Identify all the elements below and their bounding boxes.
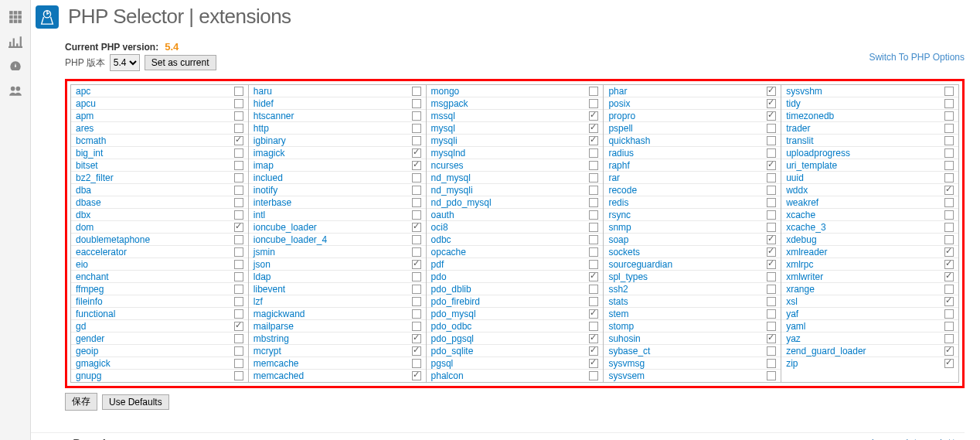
extension-name[interactable]: stem <box>608 309 628 319</box>
extension-name[interactable]: pdo_sqlite <box>431 346 474 356</box>
extension-checkbox[interactable] <box>767 371 776 380</box>
save-button[interactable]: 保存 <box>65 393 97 411</box>
extension-name[interactable]: nd_pdo_mysql <box>431 197 492 208</box>
extension-checkbox[interactable] <box>589 297 598 306</box>
extension-checkbox[interactable] <box>412 124 421 133</box>
extension-checkbox[interactable] <box>589 136 598 145</box>
extension-checkbox[interactable] <box>234 136 243 145</box>
extension-checkbox[interactable] <box>944 99 954 108</box>
extension-name[interactable]: gmagick <box>76 358 111 369</box>
extension-name[interactable]: rsync <box>608 210 631 220</box>
extension-name[interactable]: interbase <box>254 197 291 208</box>
extension-name[interactable]: htscanner <box>254 111 294 121</box>
extension-checkbox[interactable] <box>234 346 243 356</box>
extension-checkbox[interactable] <box>412 322 421 331</box>
extension-checkbox[interactable] <box>589 346 598 356</box>
switch-options-link[interactable]: Switch To PHP Options <box>869 52 965 63</box>
extension-name[interactable]: pdf <box>431 259 444 270</box>
extension-checkbox[interactable] <box>589 161 598 170</box>
extension-checkbox[interactable] <box>234 111 243 121</box>
extension-name[interactable]: translit <box>786 135 813 146</box>
extension-checkbox[interactable] <box>589 334 598 343</box>
extension-checkbox[interactable] <box>234 198 243 207</box>
extension-name[interactable]: suhosin <box>608 333 640 344</box>
extension-checkbox[interactable] <box>234 223 243 232</box>
extension-name[interactable]: odbc <box>431 234 451 245</box>
extension-checkbox[interactable] <box>412 148 421 158</box>
extension-checkbox[interactable] <box>589 247 598 257</box>
extension-name[interactable]: oci8 <box>431 222 448 233</box>
extension-checkbox[interactable] <box>589 309 598 319</box>
extension-checkbox[interactable] <box>589 260 598 269</box>
extension-checkbox[interactable] <box>412 198 421 207</box>
extension-name[interactable]: weakref <box>786 197 818 208</box>
extension-name[interactable]: jsmin <box>254 247 275 258</box>
extension-checkbox[interactable] <box>944 210 954 220</box>
extension-checkbox[interactable] <box>767 247 776 257</box>
extension-name[interactable]: posix <box>608 98 630 109</box>
extension-name[interactable]: fileinfo <box>76 296 103 307</box>
extension-name[interactable]: ncurses <box>431 160 464 171</box>
extension-name[interactable]: http <box>254 123 269 134</box>
extension-checkbox[interactable] <box>589 223 598 232</box>
extension-checkbox[interactable] <box>589 99 598 108</box>
extension-checkbox[interactable] <box>944 198 954 207</box>
extension-name[interactable]: apc <box>76 86 90 97</box>
extension-name[interactable]: pspell <box>608 123 632 134</box>
extension-checkbox[interactable] <box>234 235 243 244</box>
extension-name[interactable]: mssql <box>431 111 455 121</box>
extension-checkbox[interactable] <box>589 111 598 121</box>
extension-checkbox[interactable] <box>944 111 954 121</box>
extension-checkbox[interactable] <box>767 210 776 220</box>
extension-checkbox[interactable] <box>234 322 243 331</box>
extension-checkbox[interactable] <box>234 186 243 195</box>
extension-name[interactable]: xdebug <box>786 234 816 245</box>
extension-name[interactable]: mysqli <box>431 135 458 146</box>
extension-checkbox[interactable] <box>234 210 243 220</box>
extension-name[interactable]: big_int <box>76 148 103 159</box>
extension-checkbox[interactable] <box>767 223 776 232</box>
extension-name[interactable]: yaz <box>786 333 801 344</box>
extension-name[interactable]: wddx <box>786 185 808 196</box>
extension-checkbox[interactable] <box>412 223 421 232</box>
extension-checkbox[interactable] <box>234 161 243 170</box>
extension-checkbox[interactable] <box>944 173 954 182</box>
extension-name[interactable]: gd <box>76 321 86 332</box>
extension-name[interactable]: sourceguardian <box>608 259 672 270</box>
extension-name[interactable]: gender <box>76 333 104 344</box>
extension-name[interactable]: pdo_firebird <box>431 296 480 307</box>
extension-checkbox[interactable] <box>234 148 243 158</box>
extension-name[interactable]: tidy <box>786 98 801 109</box>
extension-checkbox[interactable] <box>589 198 598 207</box>
extension-name[interactable]: pdo_dblib <box>431 284 471 295</box>
extension-name[interactable]: mcrypt <box>254 346 281 356</box>
extension-name[interactable]: xmlreader <box>786 247 827 258</box>
extension-checkbox[interactable] <box>767 136 776 145</box>
extension-name[interactable]: uri_template <box>786 160 837 171</box>
extension-checkbox[interactable] <box>767 124 776 133</box>
extension-name[interactable]: geoip <box>76 346 98 356</box>
extension-checkbox[interactable] <box>767 198 776 207</box>
extension-checkbox[interactable] <box>589 235 598 244</box>
extension-name[interactable]: memcached <box>254 370 304 381</box>
extension-checkbox[interactable] <box>589 272 598 281</box>
extension-checkbox[interactable] <box>944 235 954 244</box>
extension-name[interactable]: stats <box>608 296 628 307</box>
extension-checkbox[interactable] <box>412 309 421 319</box>
extension-name[interactable]: stomp <box>608 321 634 332</box>
extension-name[interactable]: phalcon <box>431 370 464 381</box>
extension-checkbox[interactable] <box>412 111 421 121</box>
extension-checkbox[interactable] <box>412 371 421 380</box>
extension-name[interactable]: sysvshm <box>786 86 822 97</box>
extension-name[interactable]: imagick <box>254 148 285 159</box>
extension-checkbox[interactable] <box>767 346 776 356</box>
extension-name[interactable]: json <box>254 259 271 270</box>
extension-name[interactable]: rar <box>608 172 620 183</box>
extension-checkbox[interactable] <box>589 322 598 331</box>
extension-name[interactable]: dba <box>76 185 91 196</box>
extension-checkbox[interactable] <box>412 272 421 281</box>
set-as-current-button[interactable]: Set as current <box>145 55 216 70</box>
extension-name[interactable]: ffmpeg <box>76 284 104 295</box>
extension-checkbox[interactable] <box>767 359 776 368</box>
extension-checkbox[interactable] <box>767 111 776 121</box>
